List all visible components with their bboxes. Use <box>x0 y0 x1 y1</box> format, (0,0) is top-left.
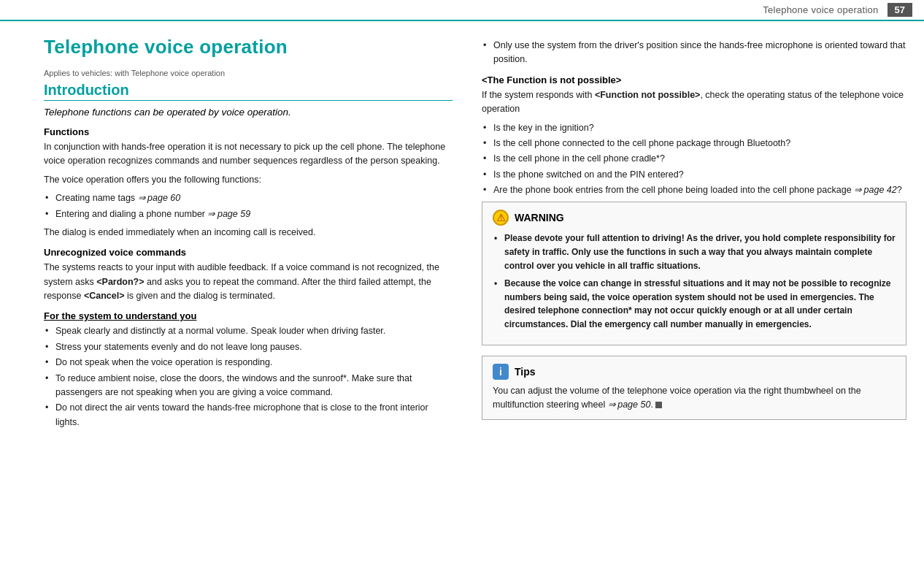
warning-text-2: Because the voice can change in stressfu… <box>504 278 890 329</box>
functions-body1: In conjunction with hands-free operation… <box>44 140 453 169</box>
list-item: Do not direct the air vents toward the h… <box>44 401 453 429</box>
intro-italic: Telephone functions can be operated by v… <box>44 107 453 118</box>
list-item: Entering and dialing a phone number ⇒ pa… <box>44 207 453 221</box>
unrecognized-heading: Unrecognized voice commands <box>44 247 453 258</box>
list-item: Are the phone book entries from the cell… <box>482 183 906 197</box>
list-item: Speak clearly and distinctly at a normal… <box>44 324 453 338</box>
introduction-heading: Introduction <box>44 82 453 101</box>
list-item: Is the phone switched on and the PIN ent… <box>482 168 906 182</box>
bullet-text: Is the phone switched on and the PIN ent… <box>493 169 684 180</box>
pardon-bold: <Pardon?> <box>96 277 144 287</box>
warning-header: ⚠ WARNING <box>493 210 896 226</box>
function-bold: <Function not possible> <box>595 90 700 100</box>
bullet-text: Creating name tags ⇒ page 60 <box>55 193 180 203</box>
warning-text-1: Please devote your full attention to dri… <box>504 233 896 270</box>
list-item: Only use the system from the driver's po… <box>482 39 906 67</box>
page-ref: ⇒ page 60 <box>138 193 181 203</box>
content-area: Telephone voice operation Applies to veh… <box>0 21 924 445</box>
function-not-possible-body: If the system responds with <Function no… <box>482 88 906 117</box>
warning-box: ⚠ WARNING Please devote your full attent… <box>482 202 906 345</box>
page-ref: ⇒ page 59 <box>207 209 250 219</box>
cancel-bold: <Cancel> <box>84 291 125 301</box>
page-number: 57 <box>888 3 912 17</box>
warning-list-item: Please devote your full attention to dri… <box>493 232 896 272</box>
header-title: Telephone voice operation <box>763 4 878 15</box>
right-column: Only use the system from the driver's po… <box>482 36 906 434</box>
unrecognized-body: The systems reacts to your input with au… <box>44 261 453 303</box>
check-bullets: Is the key in the ignition? Is the cell … <box>482 121 906 198</box>
list-item: Is the key in the ignition? <box>482 121 906 135</box>
bullet-text: Is the cell phone connected to the cell … <box>493 138 790 148</box>
functions-body3: The dialog is ended immediately when an … <box>44 226 453 240</box>
function-not-possible-heading: <The Function is not possible> <box>482 74 906 85</box>
list-item: Creating name tags ⇒ page 60 <box>44 191 453 205</box>
end-square <box>655 402 662 408</box>
system-bullet-list: Speak clearly and distinctly at a normal… <box>44 324 453 429</box>
tips-text: You can adjust the volume of the telepho… <box>493 384 896 413</box>
system-heading: For the system to understand you <box>44 310 453 321</box>
functions-bullet-list: Creating name tags ⇒ page 60 Entering an… <box>44 191 453 221</box>
bullet-text: Is the key in the ignition? <box>493 123 594 133</box>
bullet-text: To reduce ambient noise, close the doors… <box>55 373 412 397</box>
page-title: Telephone voice operation <box>44 36 453 58</box>
bullet-text: Do not speak when the voice operation is… <box>55 357 272 367</box>
tips-heading: Tips <box>515 366 536 378</box>
list-item: Stress your statements evenly and do not… <box>44 340 453 354</box>
tips-header: i Tips <box>493 364 896 380</box>
warning-icon: ⚠ <box>493 210 509 226</box>
list-item: Is the cell phone in the cell phone crad… <box>482 152 906 166</box>
tips-icon: i <box>493 364 509 380</box>
warning-list-item: Because the voice can change in stressfu… <box>493 277 896 331</box>
bullet-text: Are the phone book entries from the cell… <box>493 185 902 195</box>
warning-bullet-list: Please devote your full attention to dri… <box>493 232 896 331</box>
only-use-list: Only use the system from the driver's po… <box>482 39 906 67</box>
list-item: To reduce ambient noise, close the doors… <box>44 372 453 400</box>
page-header: Telephone voice operation 57 <box>0 0 924 21</box>
list-item: Is the cell phone connected to the cell … <box>482 137 906 150</box>
bullet-text: Do not direct the air vents toward the h… <box>55 402 428 427</box>
bullet-text: Entering and dialing a phone number ⇒ pa… <box>55 209 250 219</box>
bullet-text: Is the cell phone in the cell phone crad… <box>493 153 665 164</box>
left-column: Telephone voice operation Applies to veh… <box>44 36 453 434</box>
applies-to: Applies to vehicles: with Telephone voic… <box>44 69 453 77</box>
list-item: Do not speak when the voice operation is… <box>44 356 453 370</box>
warning-heading: WARNING <box>515 212 564 223</box>
only-use-text: Only use the system from the driver's po… <box>493 40 905 64</box>
functions-heading: Functions <box>44 126 453 137</box>
bullet-text: Speak clearly and distinctly at a normal… <box>55 326 385 336</box>
bullet-text: Stress your statements evenly and do not… <box>55 342 302 352</box>
functions-body2: The voice operation offers you the follo… <box>44 173 453 187</box>
tips-box: i Tips You can adjust the volume of the … <box>482 356 906 421</box>
